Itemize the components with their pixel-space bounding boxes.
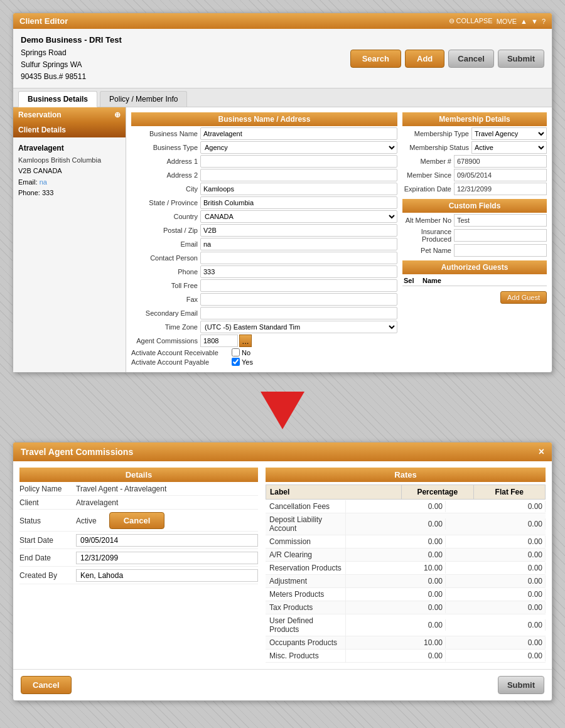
rate-flatfee-0[interactable]	[446, 501, 546, 512]
rate-percentage-1[interactable]	[346, 518, 446, 530]
rate-label-10: Misc. Products	[266, 650, 346, 662]
input-expiration-date[interactable]	[454, 183, 547, 195]
checkbox-activate-receivable[interactable]	[232, 348, 240, 356]
input-agent-commissions[interactable]	[200, 335, 238, 347]
tab-policy-member[interactable]: Policy / Member Info	[100, 91, 187, 107]
select-timezone[interactable]: (UTC -5) Eastern Standard Tim	[200, 321, 397, 333]
input-state-province[interactable]	[200, 196, 397, 209]
reservation-label: Reservation	[18, 110, 62, 119]
rate-flatfee-2[interactable]	[446, 536, 546, 547]
rate-percentage-6[interactable]	[346, 589, 446, 600]
cancel-button[interactable]: Cancel	[448, 50, 494, 68]
sidebar-client-details[interactable]: Client Details	[13, 122, 126, 137]
details-cancel-button[interactable]: Cancel	[109, 512, 165, 529]
select-membership-type[interactable]: Travel Agency	[471, 127, 547, 140]
rate-flatfee-5[interactable]	[446, 575, 546, 587]
commissions-footer: Cancel Submit	[13, 669, 552, 700]
agent-commissions-browse-button[interactable]: ...	[239, 335, 252, 347]
label-status: Status	[19, 517, 76, 525]
label-business-name: Business Name	[131, 130, 200, 137]
custom-fields-title: Custom Fields	[402, 199, 547, 213]
search-button[interactable]: Search	[350, 50, 401, 68]
label-member-number: Member #	[402, 158, 454, 165]
input-city[interactable]	[200, 183, 397, 195]
status-cancel-row: Active Cancel	[76, 512, 164, 529]
rate-flatfee-9[interactable]	[446, 637, 546, 648]
checkbox-activate-payable[interactable]	[232, 358, 240, 366]
add-reservation-icon[interactable]: ⊕	[114, 110, 121, 119]
rate-percentage-9[interactable]	[346, 637, 446, 648]
rate-percentage-7[interactable]	[346, 602, 446, 613]
input-email[interactable]	[200, 238, 397, 250]
input-toll-free[interactable]	[200, 279, 397, 292]
label-membership-type: Membership Type	[402, 130, 471, 137]
input-postal[interactable]	[200, 224, 397, 237]
close-commissions-button[interactable]: ×	[539, 446, 544, 458]
footer-submit-button[interactable]: Submit	[498, 676, 544, 694]
input-member-number[interactable]	[454, 155, 547, 168]
input-fax[interactable]	[200, 293, 397, 306]
guests-col-name: Name	[421, 276, 547, 286]
input-pet-name[interactable]	[454, 244, 547, 257]
detail-status: Status Active Cancel	[19, 512, 258, 532]
input-phone[interactable]	[200, 265, 397, 278]
add-button[interactable]: Add	[405, 50, 444, 68]
rate-label-5: Adjustment	[266, 575, 346, 587]
header-buttons: Search Add Cancel Submit	[350, 50, 544, 68]
collapse-button[interactable]: ⊖ COLLAPSE	[449, 17, 493, 25]
tab-business-details[interactable]: Business Details	[18, 91, 97, 107]
rate-percentage-8[interactable]	[346, 619, 446, 631]
input-address2[interactable]	[200, 169, 397, 181]
rate-percentage-10[interactable]	[346, 650, 446, 661]
move-up-button[interactable]: ▲	[520, 18, 527, 25]
rate-flatfee-8[interactable]	[446, 619, 546, 631]
select-business-type[interactable]: Agency	[200, 141, 397, 154]
rate-flatfee-4[interactable]	[446, 562, 546, 574]
rate-percentage-2[interactable]	[346, 536, 446, 547]
input-alt-member-no[interactable]	[454, 214, 547, 227]
input-insurance-produced[interactable]	[454, 229, 547, 242]
rate-flatfee-10[interactable]	[446, 650, 546, 661]
client-header: Demo Business - DRI Test Springs Road Su…	[13, 29, 552, 88]
sidebar-reservation[interactable]: Reservation ⊕	[13, 107, 126, 122]
field-member-since: Member Since	[402, 169, 547, 181]
field-alt-member-no: Alt Member No	[402, 214, 547, 227]
commissions-title: Travel Agent Commissions	[21, 447, 133, 457]
label-fax: Fax	[131, 296, 200, 303]
rate-flatfee-7[interactable]	[446, 602, 546, 613]
rates-title: Rates	[266, 468, 546, 482]
rates-col-label: Label	[266, 485, 402, 499]
detail-end-date: End Date 12/31/2099	[19, 552, 258, 567]
submit-button[interactable]: Submit	[498, 50, 544, 68]
add-guest-button[interactable]: Add Guest	[500, 291, 547, 304]
rate-flatfee-6[interactable]	[446, 589, 546, 600]
input-member-since[interactable]	[454, 169, 547, 181]
input-business-name[interactable]	[200, 127, 397, 140]
rate-row: Misc. Products	[266, 650, 546, 663]
sidebar-email-link[interactable]: na	[40, 178, 47, 186]
select-membership-status[interactable]: Active	[471, 141, 547, 154]
label-pet-name: Pet Name	[402, 247, 454, 254]
field-email: Email	[131, 238, 397, 250]
input-contact-person[interactable]	[200, 252, 397, 264]
rate-flatfee-1[interactable]	[446, 518, 546, 530]
editor-body: Reservation ⊕ Client Details Atravelagen…	[13, 107, 552, 372]
rate-percentage-0[interactable]	[346, 501, 446, 512]
input-address1[interactable]	[200, 155, 397, 168]
rate-flatfee-3[interactable]	[446, 549, 546, 560]
sidebar-phone: Phone: 333	[18, 188, 121, 199]
commissions-body: Details Policy Name Travel Agent - Atrav…	[13, 461, 552, 669]
rate-percentage-3[interactable]	[346, 549, 446, 560]
rate-percentage-4[interactable]	[346, 562, 446, 574]
rate-label-7: Tax Products	[266, 601, 346, 614]
help-button[interactable]: ?	[542, 18, 546, 25]
label-address1: Address 1	[131, 158, 200, 165]
rate-percentage-5[interactable]	[346, 575, 446, 587]
label-membership-status: Membership Status	[402, 144, 471, 151]
footer-cancel-button[interactable]: Cancel	[21, 676, 72, 694]
select-country[interactable]: CANADA	[200, 210, 397, 223]
field-business-type: Business Type Agency	[131, 141, 397, 154]
field-membership-status: Membership Status Active	[402, 141, 547, 154]
move-down-button[interactable]: ▼	[531, 18, 538, 25]
input-secondary-email[interactable]	[200, 307, 397, 319]
